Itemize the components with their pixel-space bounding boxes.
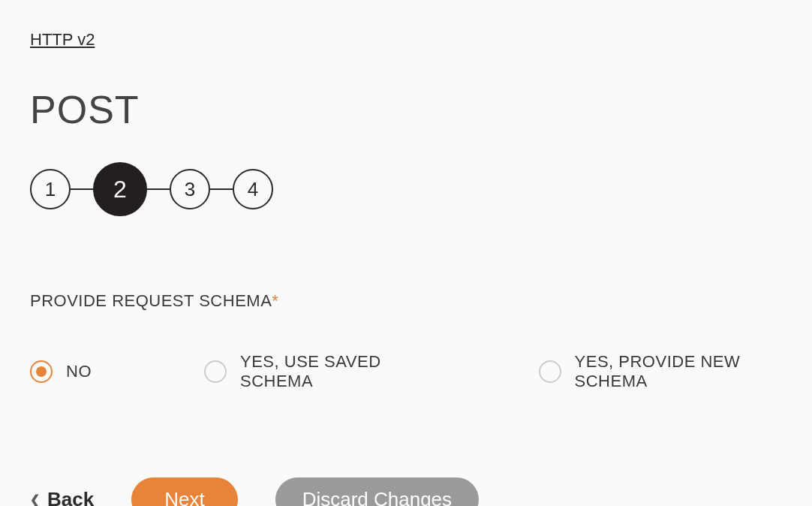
radio-circle (539, 360, 561, 383)
step-4[interactable]: 4 (233, 169, 273, 209)
action-bar: ❮ Back Next Discard Changes (30, 477, 782, 506)
breadcrumb-link[interactable]: HTTP v2 (30, 30, 95, 50)
required-asterisk: * (272, 291, 278, 310)
next-button[interactable]: Next (131, 477, 237, 506)
back-button-label: Back (47, 488, 94, 506)
step-connector (71, 188, 93, 190)
radio-circle (204, 360, 227, 383)
back-button[interactable]: ❮ Back (30, 488, 94, 506)
radio-option-yes-new[interactable]: YES, PROVIDE NEW SCHEMA (539, 352, 782, 391)
stepper: 1 2 3 4 (30, 162, 782, 216)
step-3[interactable]: 3 (170, 169, 210, 209)
radio-option-yes-saved[interactable]: YES, USE SAVED SCHEMA (204, 352, 426, 391)
step-1[interactable]: 1 (30, 169, 71, 209)
step-connector (210, 188, 233, 190)
radio-circle (30, 360, 53, 383)
discard-button[interactable]: Discard Changes (275, 477, 479, 506)
chevron-left-icon: ❮ (30, 492, 40, 506)
step-connector (147, 188, 170, 190)
page-title: POST (30, 87, 782, 132)
radio-label: YES, PROVIDE NEW SCHEMA (575, 352, 782, 391)
radio-option-no[interactable]: NO (30, 352, 92, 391)
step-2[interactable]: 2 (93, 162, 147, 216)
radio-label: NO (66, 362, 92, 381)
radio-label: YES, USE SAVED SCHEMA (240, 352, 426, 391)
section-label-text: PROVIDE REQUEST SCHEMA (30, 291, 272, 310)
radio-dot-icon (36, 366, 47, 377)
section-label: PROVIDE REQUEST SCHEMA* (30, 291, 782, 311)
radio-group: NO YES, USE SAVED SCHEMA YES, PROVIDE NE… (30, 352, 782, 391)
